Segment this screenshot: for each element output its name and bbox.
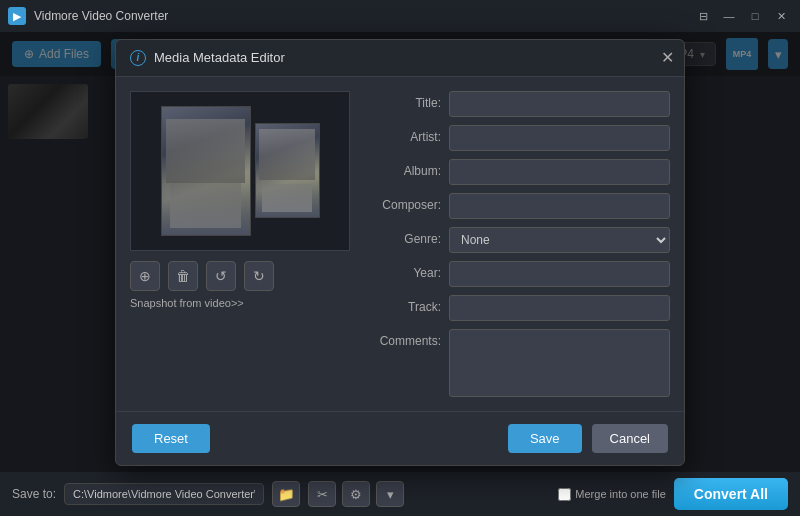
plus-circle-icon: ⊕ [139, 268, 151, 284]
title-bar: ▶ Vidmore Video Converter ⊟ — □ ✕ [0, 0, 800, 32]
bottom-bar: Save to: 📁 ✂ ⚙ ▾ Merge into one file Con… [0, 472, 800, 516]
browse-folder-button[interactable]: 📁 [272, 481, 300, 507]
large-thumbnail [161, 106, 251, 236]
comments-label: Comments: [366, 329, 441, 348]
metadata-panel: Title: Artist: Album: Composer: [366, 91, 670, 397]
album-input[interactable] [449, 159, 670, 185]
snapshot-link[interactable]: Snapshot from video>> [130, 297, 350, 309]
year-row: Year: [366, 261, 670, 287]
dialog-body: ⊕ 🗑 ↺ ↻ Snapshot from video>> [116, 77, 684, 411]
genre-select[interactable]: None Blues Classic Rock Country Pop Rock [449, 227, 670, 253]
album-row: Album: [366, 159, 670, 185]
save-path-input[interactable] [64, 483, 264, 505]
album-label: Album: [366, 159, 441, 178]
dialog-header: i Media Metadata Editor ✕ [116, 40, 684, 77]
genre-row: Genre: None Blues Classic Rock Country P… [366, 227, 670, 253]
merge-checkbox-area: Merge into one file [558, 488, 666, 501]
dialog-title: Media Metadata Editor [154, 50, 285, 65]
cut-icon-button[interactable]: ✂ [308, 481, 336, 507]
image-controls: ⊕ 🗑 ↺ ↻ [130, 261, 350, 291]
trash-icon: 🗑 [176, 268, 190, 284]
undo-button[interactable]: ↺ [206, 261, 236, 291]
app-icon: ▶ [8, 7, 26, 25]
dialog-close-button[interactable]: ✕ [661, 48, 674, 67]
app-title: Vidmore Video Converter [34, 9, 684, 23]
track-input[interactable] [449, 295, 670, 321]
cancel-button[interactable]: Cancel [592, 424, 668, 453]
merge-checkbox[interactable] [558, 488, 571, 501]
redo-button[interactable]: ↻ [244, 261, 274, 291]
genre-label: Genre: [366, 227, 441, 246]
info-icon: i [130, 50, 146, 66]
redo-icon: ↻ [253, 268, 265, 284]
minimize-button[interactable]: — [718, 7, 740, 25]
composer-row: Composer: [366, 193, 670, 219]
footer-right-buttons: Save Cancel [508, 424, 668, 453]
bottom-icons: ✂ ⚙ ▾ [308, 481, 404, 507]
artist-label: Artist: [366, 125, 441, 144]
settings-icon-button[interactable]: ⚙ [342, 481, 370, 507]
reset-button[interactable]: Reset [132, 424, 210, 453]
save-button[interactable]: Save [508, 424, 582, 453]
add-image-button[interactable]: ⊕ [130, 261, 160, 291]
comments-textarea[interactable] [449, 329, 670, 397]
video-frame-large [162, 107, 250, 235]
video-frame-small [256, 124, 319, 217]
year-input[interactable] [449, 261, 670, 287]
merge-label: Merge into one file [575, 488, 666, 500]
media-metadata-dialog: i Media Metadata Editor ✕ [115, 39, 685, 466]
year-label: Year: [366, 261, 441, 280]
undo-icon: ↺ [215, 268, 227, 284]
title-input[interactable] [449, 91, 670, 117]
comments-row: Comments: [366, 329, 670, 397]
title-label: Title: [366, 91, 441, 110]
dialog-footer: Reset Save Cancel [116, 411, 684, 465]
track-label: Track: [366, 295, 441, 314]
maximize-button[interactable]: □ [744, 7, 766, 25]
artist-input[interactable] [449, 125, 670, 151]
close-window-button[interactable]: ✕ [770, 7, 792, 25]
image-preview-area [130, 91, 350, 251]
save-to-label: Save to: [12, 487, 56, 501]
artist-row: Artist: [366, 125, 670, 151]
settings-dropdown-button[interactable]: ▾ [376, 481, 404, 507]
composer-input[interactable] [449, 193, 670, 219]
track-row: Track: [366, 295, 670, 321]
folder-icon: 📁 [278, 487, 295, 502]
composer-label: Composer: [366, 193, 441, 212]
convert-all-button[interactable]: Convert All [674, 478, 788, 510]
preview-thumbnails [131, 92, 349, 250]
delete-image-button[interactable]: 🗑 [168, 261, 198, 291]
small-thumbnail [255, 123, 320, 218]
modal-overlay: i Media Metadata Editor ✕ [0, 32, 800, 472]
window-controls: ⊟ — □ ✕ [692, 7, 792, 25]
app-body: ⊕ Add Files ▾ MP4 ▾ MP4 ▾ i [0, 32, 800, 472]
message-button[interactable]: ⊟ [692, 7, 714, 25]
title-row: Title: [366, 91, 670, 117]
image-panel: ⊕ 🗑 ↺ ↻ Snapshot from video>> [130, 91, 350, 397]
